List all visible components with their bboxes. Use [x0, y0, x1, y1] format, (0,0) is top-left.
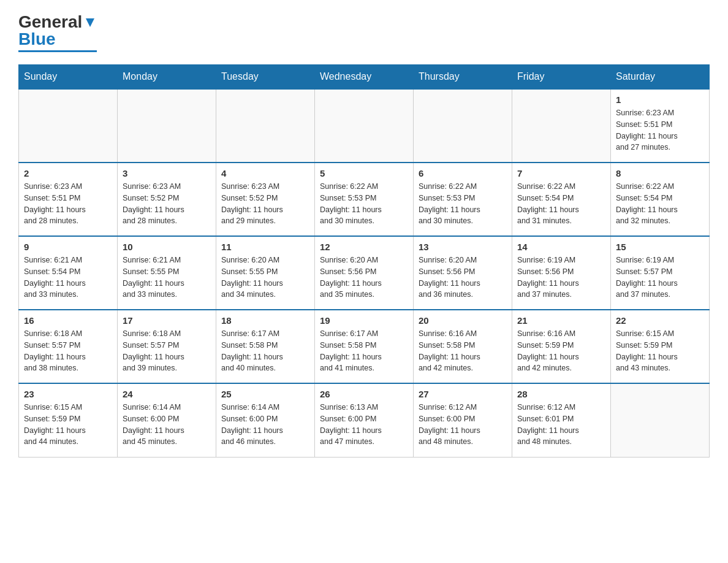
day-info: Sunrise: 6:23 AM Sunset: 5:51 PM Dayligh… [24, 181, 112, 227]
day-number: 26 [320, 389, 408, 399]
calendar-cell: 4Sunrise: 6:23 AM Sunset: 5:52 PM Daylig… [216, 163, 315, 236]
calendar-cell [216, 89, 315, 163]
day-number: 2 [24, 168, 112, 178]
calendar-cell: 21Sunrise: 6:16 AM Sunset: 5:59 PM Dayli… [512, 310, 611, 383]
calendar-cell: 15Sunrise: 6:19 AM Sunset: 5:57 PM Dayli… [611, 236, 710, 310]
day-info: Sunrise: 6:15 AM Sunset: 5:59 PM Dayligh… [24, 402, 112, 448]
calendar-cell: 13Sunrise: 6:20 AM Sunset: 5:56 PM Dayli… [414, 236, 512, 310]
day-number: 8 [616, 168, 704, 178]
calendar-cell: 19Sunrise: 6:17 AM Sunset: 5:58 PM Dayli… [315, 310, 414, 383]
calendar-cell: 20Sunrise: 6:16 AM Sunset: 5:58 PM Dayli… [414, 310, 512, 383]
day-number: 13 [419, 242, 507, 252]
calendar-cell: 16Sunrise: 6:18 AM Sunset: 5:57 PM Dayli… [19, 310, 118, 383]
day-number: 16 [24, 315, 112, 326]
day-number: 23 [24, 389, 112, 399]
day-info: Sunrise: 6:21 AM Sunset: 5:54 PM Dayligh… [24, 255, 112, 301]
day-info: Sunrise: 6:16 AM Sunset: 5:58 PM Dayligh… [419, 328, 507, 374]
day-info: Sunrise: 6:14 AM Sunset: 6:00 PM Dayligh… [221, 402, 309, 448]
calendar-cell: 23Sunrise: 6:15 AM Sunset: 5:59 PM Dayli… [19, 383, 118, 457]
page-header: General Blue [18, 12, 710, 52]
calendar-cell: 27Sunrise: 6:12 AM Sunset: 6:00 PM Dayli… [414, 383, 512, 457]
day-info: Sunrise: 6:12 AM Sunset: 6:00 PM Dayligh… [419, 402, 507, 448]
calendar-cell: 18Sunrise: 6:17 AM Sunset: 5:58 PM Dayli… [216, 310, 315, 383]
day-info: Sunrise: 6:19 AM Sunset: 5:57 PM Dayligh… [616, 255, 704, 301]
calendar-cell [414, 89, 512, 163]
col-friday: Friday [512, 65, 611, 90]
day-info: Sunrise: 6:22 AM Sunset: 5:54 PM Dayligh… [616, 181, 704, 227]
day-info: Sunrise: 6:22 AM Sunset: 5:53 PM Dayligh… [320, 181, 408, 227]
day-number: 5 [320, 168, 408, 178]
calendar-cell: 5Sunrise: 6:22 AM Sunset: 5:53 PM Daylig… [315, 163, 414, 236]
calendar-cell [315, 89, 414, 163]
day-number: 22 [616, 315, 704, 326]
day-info: Sunrise: 6:23 AM Sunset: 5:52 PM Dayligh… [221, 181, 309, 227]
day-number: 11 [221, 242, 309, 252]
calendar-cell [611, 383, 710, 457]
calendar-cell: 7Sunrise: 6:22 AM Sunset: 5:54 PM Daylig… [512, 163, 611, 236]
day-info: Sunrise: 6:20 AM Sunset: 5:55 PM Dayligh… [221, 255, 309, 301]
day-number: 24 [123, 389, 211, 399]
day-number: 25 [221, 389, 309, 399]
day-info: Sunrise: 6:16 AM Sunset: 5:59 PM Dayligh… [517, 328, 605, 374]
day-number: 9 [24, 242, 112, 252]
day-info: Sunrise: 6:14 AM Sunset: 6:00 PM Dayligh… [123, 402, 211, 448]
logo-blue-text: Blue [18, 29, 56, 49]
logo-underline [18, 50, 97, 52]
day-info: Sunrise: 6:22 AM Sunset: 5:54 PM Dayligh… [517, 181, 605, 227]
day-number: 20 [419, 315, 507, 326]
day-info: Sunrise: 6:23 AM Sunset: 5:52 PM Dayligh… [123, 181, 211, 227]
col-monday: Monday [118, 65, 216, 90]
logo: General Blue [18, 12, 97, 52]
day-number: 28 [517, 389, 605, 399]
calendar-cell: 24Sunrise: 6:14 AM Sunset: 6:00 PM Dayli… [118, 383, 216, 457]
calendar-cell: 9Sunrise: 6:21 AM Sunset: 5:54 PM Daylig… [19, 236, 118, 310]
day-number: 17 [123, 315, 211, 326]
calendar-table: Sunday Monday Tuesday Wednesday Thursday… [18, 64, 710, 458]
day-info: Sunrise: 6:13 AM Sunset: 6:00 PM Dayligh… [320, 402, 408, 448]
calendar-cell: 14Sunrise: 6:19 AM Sunset: 5:56 PM Dayli… [512, 236, 611, 310]
day-number: 21 [517, 315, 605, 326]
day-info: Sunrise: 6:17 AM Sunset: 5:58 PM Dayligh… [221, 328, 309, 374]
day-number: 10 [123, 242, 211, 252]
day-number: 4 [221, 168, 309, 178]
calendar-cell: 22Sunrise: 6:15 AM Sunset: 5:59 PM Dayli… [611, 310, 710, 383]
calendar-cell: 2Sunrise: 6:23 AM Sunset: 5:51 PM Daylig… [19, 163, 118, 236]
calendar-cell: 25Sunrise: 6:14 AM Sunset: 6:00 PM Dayli… [216, 383, 315, 457]
day-number: 3 [123, 168, 211, 178]
col-wednesday: Wednesday [315, 65, 414, 90]
day-info: Sunrise: 6:12 AM Sunset: 6:01 PM Dayligh… [517, 402, 605, 448]
calendar-cell: 8Sunrise: 6:22 AM Sunset: 5:54 PM Daylig… [611, 163, 710, 236]
day-info: Sunrise: 6:18 AM Sunset: 5:57 PM Dayligh… [24, 328, 112, 374]
day-info: Sunrise: 6:19 AM Sunset: 5:56 PM Dayligh… [517, 255, 605, 301]
day-info: Sunrise: 6:15 AM Sunset: 5:59 PM Dayligh… [616, 328, 704, 374]
calendar-cell: 28Sunrise: 6:12 AM Sunset: 6:01 PM Dayli… [512, 383, 611, 457]
calendar-cell: 10Sunrise: 6:21 AM Sunset: 5:55 PM Dayli… [118, 236, 216, 310]
col-saturday: Saturday [611, 65, 710, 90]
calendar-cell: 3Sunrise: 6:23 AM Sunset: 5:52 PM Daylig… [118, 163, 216, 236]
day-number: 12 [320, 242, 408, 252]
day-number: 6 [419, 168, 507, 178]
day-info: Sunrise: 6:23 AM Sunset: 5:51 PM Dayligh… [616, 107, 704, 153]
calendar-cell: 17Sunrise: 6:18 AM Sunset: 5:57 PM Dayli… [118, 310, 216, 383]
day-number: 27 [419, 389, 507, 399]
calendar-week-row: 1Sunrise: 6:23 AM Sunset: 5:51 PM Daylig… [19, 89, 710, 163]
calendar-week-row: 9Sunrise: 6:21 AM Sunset: 5:54 PM Daylig… [19, 236, 710, 310]
calendar-header-row: Sunday Monday Tuesday Wednesday Thursday… [19, 65, 710, 90]
day-number: 14 [517, 242, 605, 252]
calendar-cell: 26Sunrise: 6:13 AM Sunset: 6:00 PM Dayli… [315, 383, 414, 457]
calendar-week-row: 23Sunrise: 6:15 AM Sunset: 5:59 PM Dayli… [19, 383, 710, 457]
calendar-cell: 11Sunrise: 6:20 AM Sunset: 5:55 PM Dayli… [216, 236, 315, 310]
calendar-cell [19, 89, 118, 163]
day-number: 15 [616, 242, 704, 252]
calendar-cell: 1Sunrise: 6:23 AM Sunset: 5:51 PM Daylig… [611, 89, 710, 163]
calendar-week-row: 2Sunrise: 6:23 AM Sunset: 5:51 PM Daylig… [19, 163, 710, 236]
day-info: Sunrise: 6:22 AM Sunset: 5:53 PM Dayligh… [419, 181, 507, 227]
day-info: Sunrise: 6:20 AM Sunset: 5:56 PM Dayligh… [419, 255, 507, 301]
calendar-cell: 6Sunrise: 6:22 AM Sunset: 5:53 PM Daylig… [414, 163, 512, 236]
day-info: Sunrise: 6:21 AM Sunset: 5:55 PM Dayligh… [123, 255, 211, 301]
day-number: 7 [517, 168, 605, 178]
col-thursday: Thursday [414, 65, 512, 90]
logo-triangle-icon [83, 16, 97, 29]
day-number: 19 [320, 315, 408, 326]
col-tuesday: Tuesday [216, 65, 315, 90]
